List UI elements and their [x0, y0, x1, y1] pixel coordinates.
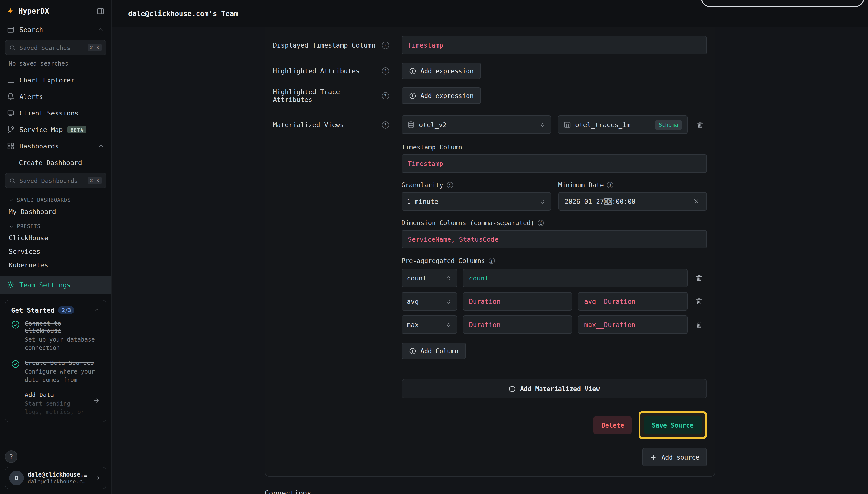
mv-timestamp-column-input[interactable]: Timestamp — [402, 154, 707, 173]
circle-plus-icon — [508, 385, 516, 392]
delete-source-button[interactable]: Delete — [594, 416, 632, 434]
expression-input[interactable]: Duration — [463, 316, 572, 334]
aggregation-fn-select[interactable]: max — [402, 316, 457, 334]
help-circle-icon[interactable]: ? — [382, 92, 389, 99]
shortcut-badge: ⌘ K — [88, 44, 102, 52]
sidebar-item-client-sessions[interactable]: Client Sessions — [0, 105, 111, 121]
sidebar-collapse-icon[interactable] — [97, 7, 104, 15]
info-circle-icon[interactable]: i — [488, 258, 495, 264]
service-map-icon — [7, 126, 15, 133]
delete-column-button[interactable] — [693, 296, 707, 307]
sidebar-item-label: Chart Explorer — [19, 76, 75, 84]
sidebar-item-label: Service Map — [19, 126, 63, 133]
delete-column-button[interactable] — [693, 272, 707, 284]
section-saved-dashboards[interactable]: Saved Dashboards — [0, 192, 111, 205]
help-circle-icon[interactable]: ? — [382, 121, 389, 128]
input-value: Timestamp — [408, 41, 443, 49]
sidebar-item-services[interactable]: Services — [0, 245, 111, 258]
sidebar-item-chart-explorer[interactable]: Chart Explorer — [0, 72, 111, 88]
saved-dashboards-input[interactable] — [19, 177, 84, 184]
help-circle-icon[interactable]: ? — [382, 67, 389, 75]
get-started-step-sources[interactable]: Create Data Sources Configure where your… — [11, 359, 100, 385]
saved-searches-search[interactable]: ⌘ K — [5, 40, 106, 55]
circle-plus-icon — [409, 67, 416, 75]
saved-searches-input[interactable] — [19, 44, 84, 51]
info-circle-icon[interactable]: i — [538, 220, 544, 226]
check-circle-icon — [11, 320, 20, 329]
sidebar-item-clickhouse[interactable]: ClickHouse — [0, 231, 111, 245]
dimension-columns-input[interactable]: ServiceName, StatusCode — [402, 230, 707, 248]
help-button[interactable]: ? — [5, 450, 17, 463]
button-label: Add expression — [420, 92, 474, 99]
clear-date-button[interactable] — [692, 197, 700, 206]
field-label: Timestamp Column — [402, 144, 707, 151]
sidebar-item-dashboards[interactable]: Dashboards — [0, 138, 111, 154]
minimum-date-input[interactable]: 2026-01-27 00:00:00 — [558, 192, 707, 211]
step-desc: Set up your database connection — [25, 336, 100, 353]
sidebar-item-label: Client Sessions — [19, 109, 79, 117]
chevrons-up-down-icon — [445, 275, 451, 281]
chevron-up-icon[interactable] — [93, 307, 100, 314]
saved-dashboards-search[interactable]: ⌘ K — [5, 173, 106, 188]
bell-icon — [7, 93, 15, 100]
field-label: Minimum Date — [558, 182, 604, 189]
get-started-title: Get Started — [11, 306, 55, 314]
user-menu[interactable]: D dale@clickhouse.… dale@clickhouse.c… — [5, 467, 106, 489]
field-label: Displayed Timestamp Column — [273, 41, 375, 49]
add-source-button[interactable]: Add source — [642, 448, 707, 466]
sidebar-item-alerts[interactable]: Alerts — [0, 88, 111, 105]
add-expression-button[interactable]: Add expression — [402, 63, 481, 79]
alias-input[interactable]: max__Duration — [578, 316, 687, 334]
user-name: dale@clickhouse.… — [28, 471, 87, 478]
add-expression-button[interactable]: Add expression — [402, 87, 481, 104]
button-label: Add Materialized View — [520, 385, 600, 392]
create-dashboard-button[interactable]: Create Dashboard — [0, 154, 111, 171]
step-title: Add Data — [25, 391, 88, 398]
sidebar-item-my-dashboard[interactable]: My Dashboard — [0, 205, 111, 218]
info-circle-icon[interactable]: i — [447, 182, 453, 188]
sidebar-item-search[interactable]: Search — [0, 21, 111, 38]
delete-view-button[interactable] — [694, 119, 706, 131]
sidebar-item-team-settings[interactable]: Team Settings — [0, 276, 111, 294]
get-started-step-connect[interactable]: Connect to ClickHouse Set up your databa… — [11, 320, 100, 353]
sidebar-item-kubernetes[interactable]: Kubernetes — [0, 258, 111, 272]
sidebar-item-service-map[interactable]: Service Map BETA — [0, 121, 111, 138]
delete-column-button[interactable] — [693, 319, 707, 330]
chevrons-up-down-icon — [539, 121, 545, 128]
materialized-view-select[interactable]: otel_v2 — [402, 115, 551, 134]
sidebar-item-label: Team Settings — [19, 281, 71, 289]
info-circle-icon[interactable]: i — [607, 182, 614, 188]
granularity-select[interactable]: 1 minute — [402, 192, 551, 211]
select-value: otel_v2 — [419, 121, 447, 129]
field-materialized-views: Materialized Views ? otel_v2 — [273, 115, 707, 134]
chevron-down-icon — [9, 197, 14, 203]
aggregation-fn-select[interactable]: avg — [402, 292, 457, 310]
sidebar-item-label: Dashboards — [19, 142, 59, 150]
schema-badge[interactable]: Schema — [655, 120, 682, 129]
add-materialized-view-button[interactable]: Add Materialized View — [402, 379, 707, 398]
search-icon — [9, 44, 16, 51]
field-displayed-timestamp: Displayed Timestamp Column ? Timestamp — [273, 36, 707, 54]
select-value: count — [407, 274, 426, 282]
chevrons-up-down-icon — [539, 198, 545, 205]
help-circle-icon[interactable]: ? — [382, 41, 389, 49]
shortcut-badge: ⌘ K — [88, 177, 102, 184]
get-started-step-add-data[interactable]: Add Data Start sending logs, metrics, or — [11, 391, 100, 417]
section-presets[interactable]: Presets — [0, 218, 111, 231]
beta-badge: BETA — [68, 126, 86, 133]
expression-input[interactable]: Duration — [463, 292, 572, 310]
save-source-button[interactable]: Save Source — [644, 416, 701, 434]
chevrons-up-down-icon — [445, 298, 451, 304]
alias-input[interactable]: avg__Duration — [578, 292, 687, 310]
hyperdx-app: HyperDX Search ⌘ K No saved searches — [0, 0, 868, 494]
add-column-button[interactable]: Add Column — [402, 343, 466, 359]
field-highlighted-attributes: Highlighted Attributes ? Add expression — [273, 63, 707, 79]
aggregation-fn-select[interactable]: count — [402, 269, 457, 287]
displayed-timestamp-input[interactable]: Timestamp — [402, 36, 707, 54]
materialized-table-select[interactable]: otel_traces_1m Schema — [558, 115, 687, 134]
trash-icon — [696, 121, 704, 129]
app-name: HyperDX — [18, 7, 49, 16]
expression-input[interactable]: count — [463, 269, 687, 287]
plus-icon — [8, 159, 14, 166]
gear-icon — [7, 281, 15, 289]
